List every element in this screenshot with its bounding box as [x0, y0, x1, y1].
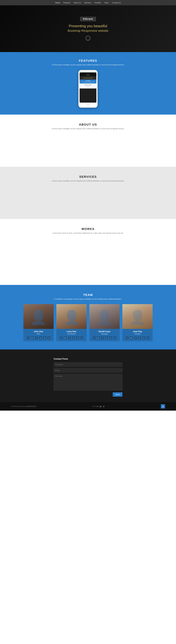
team-card-joan: 👤 Joan Ray Creative f g+ t y p o	[122, 304, 153, 341]
larry-youtube[interactable]: y	[72, 336, 75, 339]
footer-text: © 2015 bbs.xlenieo.com某某某某某某	[11, 406, 36, 408]
ranith-youtube[interactable]: y	[105, 336, 108, 339]
ranith-pinterest[interactable]: p	[109, 336, 112, 339]
nav-portfolio[interactable]: Portfolio	[94, 2, 101, 4]
larry-other[interactable]: o	[80, 336, 83, 339]
nav-services[interactable]: Services	[84, 2, 91, 4]
john-youtube[interactable]: y	[39, 336, 42, 339]
works-content-space	[11, 238, 165, 277]
joan-facebook[interactable]: f	[126, 336, 129, 339]
ranith-name: Ranith Kays	[89, 330, 120, 332]
team-photo-joan: 👤	[122, 304, 153, 329]
hero-title: Presenting you beautiful	[68, 24, 108, 28]
services-subtitle: At lorem ipsum available, but the majori…	[47, 180, 129, 182]
footer-github[interactable]: gh	[99, 405, 102, 408]
about-content-space	[11, 134, 165, 158]
larry-silhouette: 👤	[63, 306, 80, 329]
joan-twitter[interactable]: t	[134, 336, 137, 339]
larry-facebook[interactable]: f	[60, 336, 63, 339]
joan-pinterest[interactable]: p	[142, 336, 145, 339]
back-to-top-button[interactable]: ▲	[161, 404, 165, 408]
ranith-other[interactable]: o	[113, 336, 116, 339]
services-content-space	[11, 186, 165, 211]
john-facebook[interactable]: f	[27, 336, 30, 339]
team-photo-larry: 👤	[56, 304, 87, 329]
footer: © 2015 bbs.xlenieo.com某某某某某某 f t in gh y…	[0, 402, 176, 410]
phone-speaker	[86, 72, 90, 72]
joan-youtube[interactable]: y	[138, 336, 141, 339]
phone-mockup: HomeFeaturesAbout Vibrant Presenting you…	[78, 70, 98, 108]
larry-social: f g+ t y p o	[56, 336, 87, 339]
services-title: SERVICES	[11, 175, 165, 178]
phone-about: Responsive Design Lorem ipsum dolor sit …	[80, 84, 96, 88]
team-photo-john: 👤	[23, 304, 54, 329]
contact-message-input[interactable]	[54, 374, 122, 390]
larry-googleplus[interactable]: g+	[64, 336, 67, 339]
john-googleplus[interactable]: g+	[31, 336, 34, 339]
nav-team[interactable]: Team	[104, 2, 109, 4]
phone-hero: Presenting you beautiful Bootstrap Respo…	[80, 76, 96, 80]
nav-contact[interactable]: Contact Us	[112, 2, 121, 4]
team-photo-ranith: 👤	[89, 304, 120, 329]
joan-other[interactable]: o	[146, 336, 149, 339]
joan-silhouette: 👤	[129, 306, 146, 329]
ranith-facebook[interactable]: f	[93, 336, 96, 339]
team-card-ranith: 👤 Ranith Kays Manager f g+ t y p o	[89, 304, 120, 341]
larry-pinterest[interactable]: p	[76, 336, 79, 339]
larry-role: Art Director	[56, 333, 87, 335]
team-grid: 👤 John Doe CEO f g+ t y p o 👤 Larry Doe …	[11, 304, 165, 341]
ranith-role: Manager	[89, 333, 120, 335]
larry-name: Larry Doe	[56, 330, 87, 332]
works-section: WORKS Lorem ipsum dolor sit amet, consec…	[0, 219, 176, 285]
footer-social: f t in gh yt	[93, 405, 104, 408]
nav-home[interactable]: Home	[55, 2, 60, 4]
works-subtitle: Lorem ipsum dolor sit amet, consectetur …	[47, 232, 129, 234]
ranith-googleplus[interactable]: g+	[97, 336, 100, 339]
john-social: f g+ t y p o	[23, 336, 54, 339]
hero-brand: Vibrant	[80, 17, 96, 21]
about-title: ABOUT US	[11, 123, 165, 126]
features-section: FEATURES At lorem ipsum available, but t…	[0, 52, 176, 114]
footer-youtube[interactable]: yt	[103, 405, 104, 408]
hero-subtitle: Bootstrap Responsive website	[68, 29, 108, 32]
joan-social: f g+ t y p o	[122, 336, 153, 339]
footer-facebook[interactable]: f	[93, 405, 93, 408]
nav-features[interactable]: Features	[63, 2, 70, 4]
navbar: Home Features About Us Services Portfoli…	[0, 0, 176, 5]
phone-nav: HomeFeaturesAbout	[80, 72, 96, 74]
team-subtitle: At variations of passages of Lorem ipsum…	[47, 298, 129, 300]
contact-name-input[interactable]	[54, 362, 122, 367]
ranith-silhouette: 👤	[96, 306, 113, 329]
phone-features: FEATURES At lorem ipsum available, major…	[80, 80, 96, 84]
joan-googleplus[interactable]: g+	[130, 336, 133, 339]
features-title: FEATURES	[11, 59, 165, 62]
john-role: CEO	[23, 333, 54, 335]
footer-twitter[interactable]: t	[95, 405, 95, 408]
larry-twitter[interactable]: t	[68, 336, 71, 339]
john-name: John Doe	[23, 330, 54, 332]
hero-section: Vibrant Presenting you beautiful Bootstr…	[0, 5, 176, 52]
contact-email-input[interactable]	[54, 368, 122, 372]
john-twitter[interactable]: t	[35, 336, 38, 339]
joan-role: Creative	[122, 333, 153, 335]
team-card-john: 👤 John Doe CEO f g+ t y p o	[23, 304, 54, 341]
about-section: ABOUT US At lorem ipsum available, but t…	[0, 114, 176, 167]
hero-content: Vibrant Presenting you beautiful Bootstr…	[68, 17, 108, 40]
team-card-larry: 👤 Larry Doe Art Director f g+ t y p o	[56, 304, 87, 341]
features-subtitle: At lorem ipsum available, but the majori…	[47, 64, 129, 66]
john-pinterest[interactable]: p	[43, 336, 46, 339]
contact-inner: Contact Form Send	[54, 358, 122, 396]
phone-home-button	[87, 103, 89, 105]
scroll-down-button[interactable]: ⌄	[86, 36, 90, 40]
works-title: WORKS	[11, 227, 165, 231]
footer-linkedin[interactable]: in	[97, 405, 98, 408]
phone-screen: HomeFeaturesAbout Vibrant Presenting you…	[80, 72, 96, 102]
joan-name: Joan Ray	[122, 330, 153, 332]
ranith-twitter[interactable]: t	[101, 336, 104, 339]
contact-title: Contact Form	[54, 358, 122, 360]
about-subtitle: At lorem ipsum available, but the majori…	[47, 128, 129, 130]
phone-screen-content: HomeFeaturesAbout Vibrant Presenting you…	[80, 72, 96, 102]
contact-submit-button[interactable]: Send	[113, 392, 122, 396]
nav-about[interactable]: About Us	[74, 2, 81, 4]
john-other[interactable]: o	[47, 336, 50, 339]
